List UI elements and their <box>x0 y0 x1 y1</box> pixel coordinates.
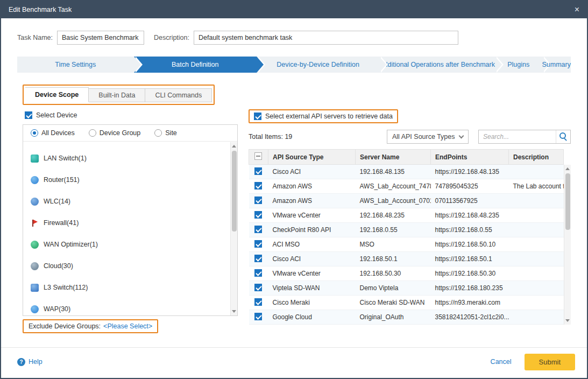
table-row[interactable]: ACI MSO MSO https://192.168.50.10 <box>249 237 564 252</box>
table-row[interactable]: Cisco ACI 192.168.50.1 https://192.168.5… <box>249 252 564 266</box>
device-type-label: L3 Switch(112) <box>44 284 88 291</box>
scroll-up-icon[interactable] <box>565 167 570 170</box>
table-row[interactable]: Amazon AWS AWS_Lab_Account_0701... 07011… <box>249 194 564 208</box>
device-type-item[interactable]: WAN Optimizer(1) <box>23 234 230 255</box>
subtab[interactable]: Device Scope <box>25 87 89 102</box>
table-row[interactable]: VMware vCenter 192.168.48.235 https://19… <box>249 208 564 223</box>
table-row[interactable]: Cisco ACI 192.168.48.135 https://192.168… <box>249 165 564 179</box>
task-name-label: Task Name: <box>17 34 53 41</box>
table-row[interactable]: CheckPoint R80 API 192.168.0.55 https://… <box>249 223 564 237</box>
scope-radio-option[interactable]: All Devices <box>31 129 75 137</box>
cell-endpoints: https://192.168.0.55 <box>431 223 509 237</box>
wizard-step[interactable]: Time Settings <box>17 57 134 73</box>
radio-icon[interactable] <box>154 129 162 137</box>
cell-api-source-type: Cisco ACI <box>268 252 356 266</box>
table-scrollbar[interactable] <box>564 165 571 325</box>
select-api-servers-checkbox-row[interactable]: Select external API servers to retrieve … <box>249 109 398 123</box>
close-icon[interactable]: × <box>575 5 579 14</box>
firewall-icon <box>31 219 39 227</box>
row-checkbox[interactable] <box>254 284 262 291</box>
wizard-step-label: Plugins <box>507 61 529 68</box>
cell-endpoints: 358182412051-2cl1c2i0... <box>431 310 509 325</box>
device-type-item[interactable]: Firewall(41) <box>23 212 230 234</box>
exclude-device-groups-label: Exclude Device Groups: <box>29 322 101 330</box>
col-header-server-name[interactable]: Server Name <box>356 150 431 165</box>
wizard-step[interactable]: Device-by-Device Definition <box>257 57 379 73</box>
subtab-label: Device Scope <box>35 91 79 99</box>
search-icon[interactable] <box>556 130 570 143</box>
subtab[interactable]: Built-in Data <box>89 88 145 102</box>
cell-endpoints: 747895045325 <box>431 179 509 194</box>
row-checkbox[interactable] <box>254 226 262 233</box>
row-checkbox[interactable] <box>254 298 262 306</box>
select-device-checkbox[interactable] <box>25 111 32 119</box>
search-input[interactable] <box>479 130 555 143</box>
row-checkbox[interactable] <box>254 211 262 219</box>
subtab[interactable]: CLI Commands <box>145 88 212 102</box>
select-api-servers-checkbox[interactable] <box>254 113 261 120</box>
wlc-icon <box>31 198 39 206</box>
table-row[interactable]: Cisco Meraki Cisco Meraki SD-WAN https:/… <box>249 296 564 310</box>
cancel-button[interactable]: Cancel <box>491 358 512 366</box>
device-list-scrollbar[interactable] <box>230 142 237 315</box>
cell-api-source-type: Google Cloud <box>268 310 356 325</box>
device-type-list: LAN Switch(1) Router(151) WLC(14) <box>23 142 230 315</box>
api-source-type-dropdown-value: All API Source Types <box>392 133 455 141</box>
row-checkbox[interactable] <box>254 196 262 204</box>
device-type-label: LAN Switch(1) <box>44 155 87 162</box>
radio-icon[interactable] <box>89 129 96 137</box>
device-type-item[interactable]: WLC(14) <box>23 191 230 212</box>
row-checkbox[interactable] <box>254 182 262 190</box>
cell-description <box>509 194 564 208</box>
description-input[interactable] <box>194 31 458 45</box>
exclude-device-groups-select-link[interactable]: <Please Select> <box>103 322 152 330</box>
row-checkbox[interactable] <box>254 269 262 277</box>
subtabs-row: Device Scope Built-in Data CLI Commands <box>23 85 571 105</box>
row-checkbox[interactable] <box>254 313 262 320</box>
table-row[interactable]: Amazon AWS AWS_Lab_Account_7478... 74789… <box>249 179 564 194</box>
exclude-device-groups-box: Exclude Device Groups: <Please Select> <box>23 319 158 333</box>
cell-description <box>509 223 564 237</box>
device-type-item[interactable]: Router(151) <box>23 169 230 191</box>
scrollbar-thumb[interactable] <box>232 151 237 231</box>
help-icon: ? <box>17 358 25 366</box>
col-header-api-source-type[interactable]: API Source Type <box>268 150 356 165</box>
scope-radio-option[interactable]: Site <box>154 129 177 137</box>
submit-button[interactable]: Submit <box>525 354 575 370</box>
wizard-step[interactable]: Batch Definition <box>134 57 257 73</box>
cell-server-name: Cisco Meraki SD-WAN <box>356 296 431 310</box>
help-link[interactable]: ? Help <box>17 358 42 366</box>
table-row[interactable]: VMware vCenter 192.168.50.30 https://192… <box>249 266 564 281</box>
row-checkbox[interactable] <box>254 240 262 248</box>
task-name-input[interactable] <box>57 31 144 45</box>
scroll-down-icon[interactable] <box>565 319 570 322</box>
scroll-up-icon[interactable] <box>232 145 236 148</box>
cell-api-source-type: ACI MSO <box>268 237 356 252</box>
col-header-description[interactable]: Description <box>509 150 564 165</box>
api-source-type-dropdown[interactable]: All API Source Types <box>387 130 469 144</box>
row-checkbox[interactable] <box>254 167 262 175</box>
radio-icon[interactable] <box>31 129 38 137</box>
scope-radio-option[interactable]: Device Group <box>89 129 140 137</box>
api-servers-table: API Source Type Server Name EndPoints De… <box>249 149 571 325</box>
wizard-step[interactable]: Additional Operations after Benchmark <box>379 57 495 73</box>
table-row[interactable]: Google Cloud Original_OAuth 358182412051… <box>249 310 564 325</box>
select-all-checkbox[interactable] <box>254 152 262 160</box>
device-type-item[interactable]: Cloud(30) <box>23 255 230 277</box>
cell-server-name: AWS_Lab_Account_0701... <box>356 194 431 208</box>
col-header-endpoints[interactable]: EndPoints <box>431 150 509 165</box>
cell-api-source-type: Cisco ACI <box>268 165 356 179</box>
wizard-step-label: Batch Definition <box>172 61 219 68</box>
cell-description <box>509 237 564 252</box>
device-type-label: Cloud(30) <box>44 262 73 270</box>
select-device-checkbox-row[interactable]: Select Device <box>25 109 238 121</box>
scroll-down-icon[interactable] <box>232 310 236 313</box>
device-type-item[interactable]: LAN Switch(1) <box>23 148 230 169</box>
device-type-item[interactable]: L3 Switch(112) <box>23 277 230 298</box>
device-type-item[interactable]: WAP(30) <box>23 298 230 315</box>
row-checkbox[interactable] <box>254 255 262 262</box>
scrollbar-thumb[interactable] <box>565 173 570 230</box>
cell-api-source-type: VMware vCenter <box>268 266 356 281</box>
table-row[interactable]: Viptela SD-WAN Demo Viptela https://192.… <box>249 281 564 296</box>
footer-actions: Cancel Submit <box>491 354 575 370</box>
